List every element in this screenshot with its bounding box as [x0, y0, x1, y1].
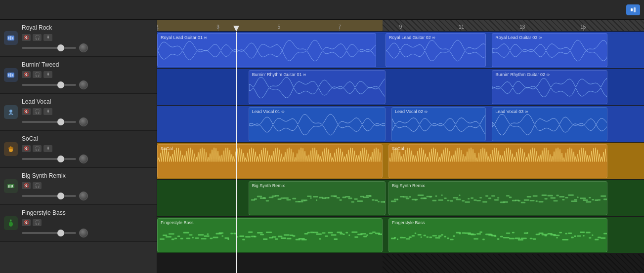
svg-rect-102	[488, 197, 491, 199]
svg-rect-160	[213, 237, 218, 238]
svg-rect-18	[11, 185, 12, 188]
pan-knob-socal[interactable]	[79, 155, 88, 163]
svg-rect-213	[369, 233, 373, 234]
svg-rect-273	[556, 237, 558, 238]
svg-point-10	[9, 110, 12, 113]
mute-button-royal-rock[interactable]: 🔇	[22, 34, 31, 41]
pan-knob-fingerstyle-bass[interactable]	[79, 229, 88, 237]
clip[interactable]: Fingerstyle Bass	[157, 218, 383, 252]
record-button-royal-rock[interactable]: ⬇	[43, 34, 52, 41]
track-controls-socal: 🔇🎧⬇	[22, 145, 153, 152]
add-track-button[interactable]	[4, 4, 16, 16]
svg-rect-114	[524, 199, 529, 201]
svg-rect-145	[169, 233, 174, 234]
svg-rect-210	[360, 233, 366, 234]
track-controls-lead-vocal: 🔇🎧⬇	[22, 108, 153, 115]
clip[interactable]: Fingerstyle Bass	[388, 218, 607, 252]
clip[interactable]: Lead Vocal 01 ∞	[249, 107, 386, 141]
volume-slider-burnin-tweed[interactable]	[22, 84, 76, 86]
svg-rect-34	[283, 197, 289, 199]
pan-knob-burnin-tweed[interactable]	[79, 80, 88, 89]
volume-slider-lead-vocal[interactable]	[22, 121, 76, 123]
svg-rect-124	[553, 200, 558, 201]
svg-rect-240	[459, 233, 461, 234]
svg-rect-126	[559, 196, 564, 197]
svg-rect-214	[372, 232, 376, 233]
svg-rect-59	[357, 200, 363, 202]
clip[interactable]: Burnin' Rhythm Guitar 02 ∞	[492, 70, 607, 104]
svg-rect-159	[210, 237, 213, 239]
svg-rect-121	[544, 198, 547, 199]
solo-button-royal-rock[interactable]: 🎧	[33, 34, 42, 41]
clip[interactable]: Burnin' Rhythm Guitar 01 ∞	[249, 70, 386, 104]
pan-knob-big-synth-remix[interactable]	[79, 192, 88, 200]
solo-button-burnin-tweed[interactable]: 🎧	[33, 71, 42, 78]
solo-button-lead-vocal[interactable]: 🎧	[33, 108, 42, 115]
clip[interactable]: Lead Vocal 03 ∞	[492, 107, 607, 141]
svg-rect-77	[415, 199, 417, 201]
svg-rect-115	[527, 196, 531, 197]
track-name-big-synth-remix: Big Synth Remix	[22, 172, 153, 179]
smart-controls-button[interactable]	[626, 4, 640, 15]
solo-button-fingerstyle-bass[interactable]: 🎧	[33, 219, 42, 226]
svg-rect-68	[384, 201, 385, 203]
tracks-canvas[interactable]: Royal Lead Guitar 01 ∞Royal Lead Guitar …	[157, 32, 644, 273]
clip[interactable]: Royal Lead Guitar 01 ∞	[157, 33, 376, 67]
svg-rect-147	[174, 238, 177, 239]
svg-rect-148	[177, 235, 180, 237]
clip[interactable]: Royal Lead Guitar 03 ∞	[492, 33, 607, 67]
clip[interactable]: SoCal	[388, 144, 607, 178]
clip-label: SoCal	[161, 146, 173, 151]
svg-rect-235	[444, 236, 446, 237]
clip-label: Burnin' Rhythm Guitar 02 ∞	[495, 72, 550, 77]
track-header-lead-vocal: Lead Vocal🔇🎧⬇	[0, 94, 157, 131]
solo-button-socal[interactable]: 🎧	[33, 145, 42, 152]
svg-rect-5	[12, 37, 13, 39]
mute-button-burnin-tweed[interactable]: 🔇	[22, 71, 31, 78]
record-button-socal[interactable]: ⬇	[43, 145, 52, 152]
svg-rect-288	[601, 237, 605, 239]
svg-rect-82	[429, 196, 432, 197]
track-controls-burnin-tweed: 🔇🎧⬇	[22, 71, 153, 78]
svg-rect-237	[450, 239, 453, 240]
svg-rect-4	[10, 36, 11, 40]
mute-button-big-synth-remix[interactable]: 🔇	[22, 182, 31, 189]
svg-rect-172	[248, 232, 253, 233]
mute-button-socal[interactable]: 🔇	[22, 145, 31, 152]
mute-button-lead-vocal[interactable]: 🔇	[22, 108, 31, 115]
pan-knob-lead-vocal[interactable]	[79, 117, 88, 126]
ruler-tick	[157, 27, 158, 31]
pan-knob-royal-rock[interactable]	[79, 43, 88, 52]
svg-rect-257	[509, 238, 515, 239]
record-button-burnin-tweed[interactable]: ⬇	[43, 71, 52, 78]
clip[interactable]: SoCal	[157, 144, 383, 178]
svg-rect-0	[631, 8, 633, 11]
ruler-tick	[462, 27, 462, 31]
svg-rect-112	[518, 200, 520, 201]
svg-rect-93	[462, 200, 465, 201]
clip[interactable]: Big Synth Remix	[388, 181, 607, 215]
svg-rect-218	[394, 237, 396, 238]
svg-rect-118	[536, 200, 538, 202]
svg-rect-101	[485, 195, 488, 196]
volume-slider-fingerstyle-bass[interactable]	[22, 232, 76, 234]
ruler-tick	[218, 27, 218, 31]
clip[interactable]: Big Synth Remix	[249, 181, 386, 215]
track-header-socal: SoCal🔇🎧⬇	[0, 131, 157, 168]
clip[interactable]: Royal Lead Guitar 02 ∞	[386, 33, 486, 67]
track-lane-lead-vocal: Lead Vocal 01 ∞Lead Vocal 02 ∞Lead Vocal…	[157, 106, 644, 143]
svg-rect-3	[8, 37, 9, 39]
volume-slider-socal[interactable]	[22, 158, 76, 160]
solo-button-big-synth-remix[interactable]: 🎧	[33, 182, 42, 189]
svg-rect-281	[580, 232, 585, 233]
mute-button-fingerstyle-bass[interactable]: 🔇	[22, 219, 31, 226]
volume-slider-big-synth-remix[interactable]	[22, 195, 76, 197]
track-header-fingerstyle-bass: Fingerstyle Bass🔇🎧	[0, 205, 157, 242]
track-header-big-synth-remix: Big Synth Remix🔇🎧	[0, 168, 157, 205]
svg-rect-169	[239, 235, 244, 237]
record-button-lead-vocal[interactable]: ⬇	[43, 108, 52, 115]
svg-rect-231	[432, 235, 436, 236]
volume-slider-royal-rock[interactable]	[22, 47, 76, 49]
svg-rect-180	[272, 236, 276, 238]
clip[interactable]: Lead Vocal 02 ∞	[391, 107, 486, 141]
